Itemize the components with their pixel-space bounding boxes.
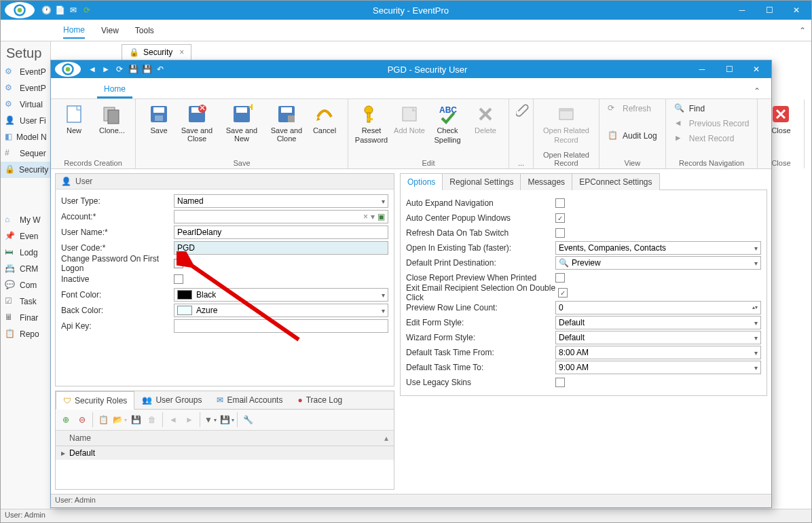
sort-icon[interactable]: ▴ xyxy=(384,433,388,443)
dialog-qat-saveclose-icon[interactable]: 💾 xyxy=(141,63,153,75)
ribbon-tab-home[interactable]: Home xyxy=(97,82,132,98)
tb-open-button[interactable]: 📂▾ xyxy=(112,412,127,427)
change-password-checkbox[interactable]: ✓ xyxy=(174,259,183,268)
open-existing-select[interactable]: Events, Companies, Contacts xyxy=(555,241,761,255)
clear-icon[interactable]: × xyxy=(363,212,368,221)
menu-tools[interactable]: Tools xyxy=(135,23,154,38)
nav-task[interactable]: ☑Task xyxy=(1,293,50,310)
nav-security[interactable]: 🔒Security xyxy=(1,162,50,178)
tab-messages[interactable]: Messages xyxy=(520,173,572,190)
tb-trash-button[interactable]: 🗑 xyxy=(145,412,160,427)
edit-style-select[interactable]: Default xyxy=(555,316,761,329)
open-related-button[interactable]: Open RelatedRecord xyxy=(539,102,593,145)
account-input[interactable]: ×▾▣ xyxy=(174,210,388,223)
tab-regional[interactable]: Regional Settings xyxy=(442,173,521,190)
dialog-titlebar[interactable]: ◄ ► ⟳ 💾 💾 ↶ PGD - Security User ─ ☐ ✕ xyxy=(51,60,771,78)
nav-crm[interactable]: 📇CRM xyxy=(1,261,50,277)
tab-security-roles[interactable]: 🛡Security Roles xyxy=(56,391,134,410)
dialog-qat-save-icon[interactable]: 💾 xyxy=(127,63,139,75)
nav-eventp1[interactable]: ⚙EventP xyxy=(1,64,50,80)
tab-email-accounts[interactable]: ✉Email Accounts xyxy=(209,391,290,409)
tb-save-button[interactable]: 💾 xyxy=(128,412,143,427)
legacy-skins-checkbox[interactable] xyxy=(555,378,565,387)
dialog-qat-refresh-icon[interactable]: ⟳ xyxy=(113,63,126,75)
wizard-style-select[interactable]: Default xyxy=(555,331,761,344)
save-clone-button[interactable]: Save and Clone xyxy=(269,102,304,144)
dialog-close-button[interactable]: ✕ xyxy=(743,60,770,79)
lookup-icon[interactable]: ▣ xyxy=(377,212,385,221)
font-color-select[interactable]: Black xyxy=(174,288,388,302)
cancel-button[interactable]: Cancel xyxy=(307,102,342,136)
back-color-select[interactable]: Azure xyxy=(174,304,388,317)
exit-email-checkbox[interactable]: ✓ xyxy=(558,288,568,297)
menu-view[interactable]: View xyxy=(101,23,119,38)
tab-user-groups[interactable]: 👥User Groups xyxy=(134,391,209,409)
close-button[interactable]: ✕ xyxy=(783,1,810,20)
close-report-checkbox[interactable] xyxy=(555,273,565,283)
save-close-button[interactable]: ✕Save and Close xyxy=(179,102,215,144)
dialog-minimize-button[interactable]: ─ xyxy=(688,60,716,79)
minimize-button[interactable]: ─ xyxy=(728,1,756,20)
next-record-button[interactable]: ►Next Record xyxy=(671,132,752,145)
tb-prev-button[interactable]: ◄ xyxy=(166,412,181,427)
tb-next-button[interactable]: ► xyxy=(182,412,197,427)
save-new-button[interactable]: ✚Save and New xyxy=(217,102,266,144)
qat-clock-icon[interactable]: 🕐 xyxy=(40,4,52,16)
prev-record-button[interactable]: ◄Previous Record xyxy=(671,117,752,130)
attach-button[interactable] xyxy=(515,102,531,118)
tab-trace-log[interactable]: ●Trace Log xyxy=(290,391,350,409)
grid-header[interactable]: Name▴ xyxy=(56,431,394,446)
tb-filter-button[interactable]: ▼▾ xyxy=(203,412,218,427)
find-button[interactable]: 🔍Find xyxy=(671,102,752,115)
nav-reports[interactable]: 📋Repo xyxy=(1,326,50,342)
tb-copy-button[interactable]: 📋 xyxy=(96,412,111,427)
clone-button[interactable]: Clone... xyxy=(94,102,130,136)
close-record-button[interactable]: Close xyxy=(763,102,798,136)
add-note-button[interactable]: Add Note xyxy=(392,102,427,136)
nav-event[interactable]: 📌Even xyxy=(1,228,50,245)
task-from-input[interactable]: 8:00 AM xyxy=(555,346,761,359)
nav-lodg[interactable]: 🛏Lodg xyxy=(1,245,50,261)
maximize-button[interactable]: ☐ xyxy=(756,1,783,20)
main-titlebar[interactable]: 🕐 📄 ✉ ⟳ Security - EventPro ─ ☐ ✕ xyxy=(1,1,811,20)
document-tab-security[interactable]: 🔒 Security × xyxy=(122,44,191,60)
api-key-input[interactable] xyxy=(174,319,388,333)
user-name-input[interactable]: PearlDelany xyxy=(174,226,388,239)
tb-add-button[interactable]: ⊕ xyxy=(58,412,73,427)
save-button[interactable]: Save xyxy=(141,102,177,136)
nav-userfi[interactable]: 👤User Fi xyxy=(1,113,50,129)
print-dest-select[interactable]: 🔍Preview xyxy=(555,256,761,270)
row-count-input[interactable]: 0 xyxy=(555,301,761,314)
task-to-input[interactable]: 9:00 AM xyxy=(555,361,761,374)
menu-home[interactable]: Home xyxy=(63,22,85,39)
tab-epconnect[interactable]: EPConnect Settings xyxy=(572,173,659,190)
tb-export-button[interactable]: 💾▾ xyxy=(219,412,234,427)
inactive-checkbox[interactable] xyxy=(174,274,183,284)
nav-virtual[interactable]: ⚙Virtual xyxy=(1,96,50,113)
nav-myw[interactable]: ⌂My W xyxy=(1,212,50,228)
qat-mail-icon[interactable]: ✉ xyxy=(67,4,79,16)
nav-finance[interactable]: 🖩Finar xyxy=(1,310,50,326)
nav-sequen[interactable]: #Sequer xyxy=(1,145,50,162)
auto-center-checkbox[interactable]: ✓ xyxy=(555,213,565,223)
tb-settings-button[interactable]: 🔧 xyxy=(240,412,255,427)
nav-com[interactable]: 💬Com xyxy=(1,277,50,293)
ribbon-collapse-icon[interactable]: ⌃ xyxy=(799,26,806,35)
tab-close-icon[interactable]: × xyxy=(179,48,184,57)
user-type-select[interactable]: Named xyxy=(174,194,388,208)
dialog-qat-forward-icon[interactable]: ► xyxy=(100,63,112,75)
check-spelling-button[interactable]: ABCCheckSpelling xyxy=(430,102,465,145)
grid-row[interactable]: ▸Default xyxy=(56,446,394,460)
refresh-button[interactable]: ⟳Refresh xyxy=(605,102,660,115)
audit-log-button[interactable]: 📋Audit Log xyxy=(605,129,660,143)
dialog-maximize-button[interactable]: ☐ xyxy=(716,60,743,79)
user-code-input[interactable]: PGD xyxy=(174,241,388,255)
tb-remove-button[interactable]: ⊖ xyxy=(75,412,90,427)
nav-eventp2[interactable]: ⚙EventP xyxy=(1,80,50,96)
auto-expand-checkbox[interactable] xyxy=(555,198,565,208)
qat-refresh-icon[interactable]: ⟳ xyxy=(81,4,93,16)
delete-button[interactable]: Delete xyxy=(468,102,503,136)
dialog-qat-back-icon[interactable]: ◄ xyxy=(86,63,98,75)
reset-password-button[interactable]: ResetPassword xyxy=(354,102,389,145)
qat-document-icon[interactable]: 📄 xyxy=(54,4,66,16)
